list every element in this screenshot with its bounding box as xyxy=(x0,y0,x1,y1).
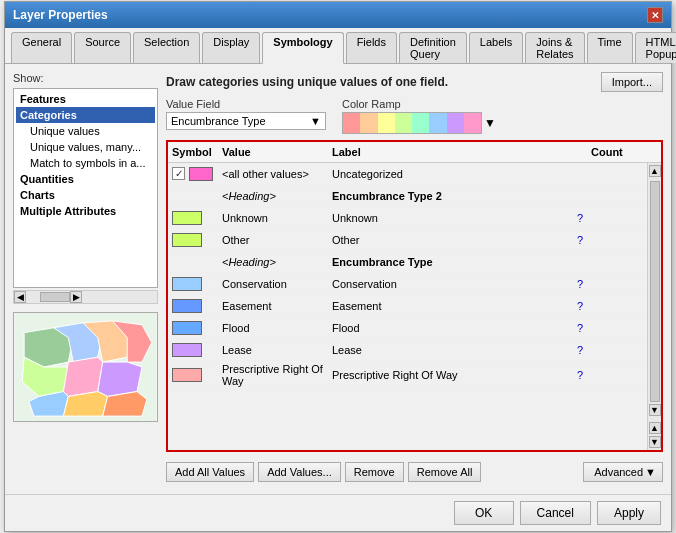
add-all-values-button[interactable]: Add All Values xyxy=(166,462,254,482)
value-field-select[interactable]: Encumbrance Type ▼ xyxy=(166,112,326,130)
label-cell: Flood xyxy=(328,320,573,336)
table-row[interactable]: <Heading> Encumbrance Type xyxy=(168,251,647,273)
table-row[interactable]: Prescriptive Right Of Way Prescriptive R… xyxy=(168,361,647,390)
scroll-up2-arrow[interactable]: ▲ xyxy=(649,422,661,434)
scroll-down-arrow[interactable]: ▼ xyxy=(649,404,661,416)
tab-joins-relates[interactable]: Joins & Relates xyxy=(525,32,584,63)
row-checkbox[interactable]: ✓ xyxy=(172,167,185,180)
table-row[interactable]: Other Other ? xyxy=(168,229,647,251)
label-cell: Encumbrance Type 2 xyxy=(328,188,573,204)
table-header: Symbol Value Label Count xyxy=(168,142,661,163)
count-cell: ? xyxy=(573,276,633,292)
symbol-cell xyxy=(168,275,218,293)
tab-html-popup[interactable]: HTML Popup xyxy=(635,32,676,63)
ok-button[interactable]: OK xyxy=(454,501,514,525)
symbol-color xyxy=(172,277,202,291)
left-panel: Show: Features Categories Unique values … xyxy=(13,72,158,486)
tab-display[interactable]: Display xyxy=(202,32,260,63)
header-count: Count xyxy=(587,144,647,160)
scroll-down2-arrow[interactable]: ▼ xyxy=(649,436,661,448)
table-row[interactable]: Easement Easement ? xyxy=(168,295,647,317)
table-row[interactable]: Flood Flood ? xyxy=(168,317,647,339)
tab-symbology[interactable]: Symbology xyxy=(262,32,343,64)
symbol-cell: ✓ xyxy=(168,165,218,183)
remove-button[interactable]: Remove xyxy=(345,462,404,482)
close-button[interactable]: ✕ xyxy=(647,7,663,23)
svg-marker-7 xyxy=(98,362,142,396)
tab-selection[interactable]: Selection xyxy=(133,32,200,63)
table-row[interactable]: Unknown Unknown ? xyxy=(168,207,647,229)
show-item-unique-values[interactable]: Unique values xyxy=(16,123,155,139)
tab-definition-query[interactable]: Definition Query xyxy=(399,32,467,63)
import-button[interactable]: Import... xyxy=(601,72,663,92)
layer-properties-window: Layer Properties ✕ General Source Select… xyxy=(4,1,672,532)
bottom-toolbar: Add All Values Add Values... Remove Remo… xyxy=(166,458,663,486)
symbol-cell xyxy=(168,231,218,249)
window-title: Layer Properties xyxy=(13,8,108,22)
tab-general[interactable]: General xyxy=(11,32,72,63)
title-bar: Layer Properties ✕ xyxy=(5,2,671,28)
table-vscrollbar[interactable]: ▲ ▼ ▲ ▼ xyxy=(647,163,661,450)
tab-time[interactable]: Time xyxy=(587,32,633,63)
table-row[interactable]: ✓ <all other values> Uncategorized xyxy=(168,163,647,185)
tab-source[interactable]: Source xyxy=(74,32,131,63)
header-value: Value xyxy=(218,144,328,160)
count-cell: ? xyxy=(573,232,633,248)
show-item-unique-values-many[interactable]: Unique values, many... xyxy=(16,139,155,155)
count-cell: ? xyxy=(573,210,633,226)
table-row[interactable]: Lease Lease ? xyxy=(168,339,647,361)
table-data-area: ✓ <all other values> Uncategorized <Head… xyxy=(168,163,647,450)
advanced-dropdown-icon: ▼ xyxy=(645,466,656,478)
symbol-color xyxy=(189,167,213,181)
tab-fields[interactable]: Fields xyxy=(346,32,397,63)
label-cell: Conservation xyxy=(328,276,573,292)
count-cell: ? xyxy=(573,367,633,383)
show-item-categories[interactable]: Categories xyxy=(16,107,155,123)
color-ramp-selector[interactable] xyxy=(342,112,482,134)
value-cell: <Heading> xyxy=(218,188,328,204)
symbol-color xyxy=(172,343,202,357)
value-field-label: Value Field xyxy=(166,98,326,110)
symbol-color xyxy=(172,299,202,313)
cancel-button[interactable]: Cancel xyxy=(520,501,591,525)
tab-labels[interactable]: Labels xyxy=(469,32,523,63)
symbol-cell xyxy=(168,194,218,198)
panel-description: Draw categories using unique values of o… xyxy=(166,75,448,89)
value-cell: Prescriptive Right Of Way xyxy=(218,361,328,389)
value-field-group: Value Field Encumbrance Type ▼ xyxy=(166,98,326,130)
symbol-cell xyxy=(168,341,218,359)
advanced-button[interactable]: Advanced ▼ xyxy=(583,462,663,482)
symbol-color xyxy=(172,233,202,247)
color-ramp-group: Color Ramp ▼ xyxy=(342,98,496,134)
scroll-up-arrow[interactable]: ▲ xyxy=(649,165,661,177)
symbol-color xyxy=(172,211,202,225)
label-cell: Easement xyxy=(328,298,573,314)
show-item-match-symbols[interactable]: Match to symbols in a... xyxy=(16,155,155,171)
table-row[interactable]: Conservation Conservation ? xyxy=(168,273,647,295)
show-list[interactable]: Features Categories Unique values Unique… xyxy=(13,88,158,288)
table-scroll-wrapper: ✓ <all other values> Uncategorized <Head… xyxy=(168,163,661,450)
value-cell: Other xyxy=(218,232,328,248)
apply-button[interactable]: Apply xyxy=(597,501,661,525)
scroll-left-arrow[interactable]: ◀ xyxy=(14,291,26,303)
color-ramp-dropdown-icon[interactable]: ▼ xyxy=(484,116,496,130)
value-cell: Lease xyxy=(218,342,328,358)
scroll-right-arrow[interactable]: ▶ xyxy=(70,291,82,303)
table-row[interactable]: <Heading> Encumbrance Type 2 xyxy=(168,185,647,207)
show-item-charts[interactable]: Charts xyxy=(16,187,155,203)
header-label: Label xyxy=(328,144,587,160)
symbology-table: Symbol Value Label Count ✓ xyxy=(166,140,663,452)
content-area: Show: Features Categories Unique values … xyxy=(5,64,671,494)
value-cell: Unknown xyxy=(218,210,328,226)
value-cell: Easement xyxy=(218,298,328,314)
scroll-thumb[interactable] xyxy=(40,292,70,302)
remove-all-button[interactable]: Remove All xyxy=(408,462,482,482)
show-item-multiple-attributes[interactable]: Multiple Attributes xyxy=(16,203,155,219)
show-item-quantities[interactable]: Quantities xyxy=(16,171,155,187)
show-list-hscrollbar[interactable]: ◀ ▶ xyxy=(13,290,158,304)
show-item-features[interactable]: Features xyxy=(16,91,155,107)
color-ramp-label: Color Ramp xyxy=(342,98,496,110)
count-cell: ? xyxy=(573,298,633,314)
dropdown-arrow-icon: ▼ xyxy=(310,115,321,127)
add-values-button[interactable]: Add Values... xyxy=(258,462,341,482)
